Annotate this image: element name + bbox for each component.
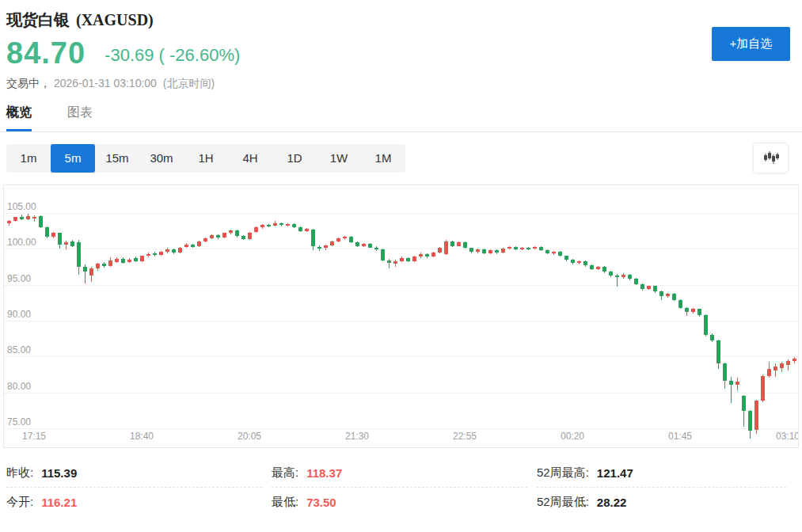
stat-high: 最高: 118.37 [272,458,527,488]
period-1m-month[interactable]: 1M [361,144,405,173]
price-row: 84.70 -30.69 ( -26.60%) [6,38,790,68]
candle-body [153,253,157,256]
candle-body [761,376,765,401]
x-axis-label: 03:10 [770,431,799,442]
candle-body [742,396,746,411]
trading-status: 交易中， [6,77,51,89]
period-1h[interactable]: 1H [184,144,228,173]
candle-body [691,309,695,312]
candle-body [406,258,410,261]
add-watchlist-button[interactable]: +加自选 [712,27,790,61]
candle-body [26,216,30,220]
candle-body [710,335,714,340]
period-4h[interactable]: 4H [228,144,272,173]
candle-body [260,225,264,228]
candle-body [254,227,258,232]
candle-body [716,340,720,363]
candle-body [615,276,619,278]
candle-body [267,225,271,226]
candle-body [501,249,505,253]
candle-body [127,260,131,263]
stats-col-1: 昨收: 115.39 今开: 116.21 [6,458,272,517]
candle-body [520,248,524,250]
candle-body [83,267,87,272]
candle-body [317,247,321,249]
candle-body [609,272,613,276]
stats-col-2: 最高: 118.37 最低: 73.50 [272,458,537,517]
candle-body [292,224,296,228]
candle-body [368,244,372,248]
stat-label: 最低: [272,495,298,510]
candle-body [235,230,239,236]
stat-value: 28.22 [597,496,627,509]
stat-label: 52周最高: [537,466,589,481]
period-1m[interactable]: 1m [6,144,51,173]
candle-body [39,216,43,228]
candle-body [444,241,448,253]
candle-body [425,254,429,257]
candle-body [482,249,486,253]
candle-body [298,227,302,231]
candle-body [457,242,461,246]
stat-52w-low: 52周最低: 28.22 [537,488,786,517]
candle-body [564,256,568,260]
candle-body [514,247,518,250]
header: 现货白银 (XAGUSD) 84.70 -30.69 ( -26.60%) 交易… [0,0,802,91]
candle-body [343,237,347,238]
candle-body [387,260,391,264]
candle-body [463,242,467,248]
candle-body [146,254,150,256]
candle-body [792,359,796,362]
period-1w[interactable]: 1W [317,144,361,173]
candle-body [469,248,473,252]
candle-body [628,275,632,279]
period-15m[interactable]: 15m [95,144,139,173]
x-axis-label: 22:55 [447,431,482,442]
candle-body [96,264,100,268]
y-axis-label: 75.00 [7,416,31,428]
period-30m[interactable]: 30m [139,144,184,173]
tab-chart[interactable]: 图表 [67,104,93,131]
candle-body [577,261,581,264]
candle-body [748,411,752,431]
candle-body [495,250,499,253]
stat-value: 118.37 [306,466,342,480]
candle-body [241,236,245,239]
tab-overview[interactable]: 概览 [6,104,32,131]
gridline [4,321,798,321]
candle-body [374,248,378,250]
period-5m[interactable]: 5m [51,144,95,173]
quote-datetime: 2026-01-31 03:10:00 [54,77,157,89]
candle-body [210,235,214,238]
stat-prev-close: 昨收: 115.39 [6,458,262,488]
candle-body [324,245,328,249]
candle-body [7,221,11,223]
chart-style-button[interactable] [753,142,789,173]
candle-body [685,308,689,312]
candle-body [431,253,435,256]
candle-body [539,247,543,251]
candle-body [583,261,587,265]
candle-body [450,241,454,245]
gridline [4,428,798,429]
price-change: -30.69 ( -26.60%) [105,45,240,68]
x-axis-label: 01:45 [663,431,697,442]
candle-body [666,294,670,297]
stat-low: 最低: 73.50 [272,488,527,517]
candle-body [305,229,309,231]
candle-body [678,300,682,308]
candle-body [184,245,188,248]
candle-body [438,248,442,253]
candlestick-icon [763,151,779,165]
period-selector: 1m 5m 15m 30m 1H 4H 1D 1W 1M [6,144,405,173]
y-axis-label: 80.00 [7,381,31,392]
y-axis-label: 105.00 [7,201,36,212]
status-row: 交易中， 2026-01-31 03:10:00 (北京时间) [6,77,790,91]
candle-body [552,252,556,253]
candle-body [115,259,119,262]
x-axis-label: 00:20 [555,431,590,442]
candle-body [20,217,24,219]
candlestick-chart[interactable]: 105.00100.0095.0090.0085.0080.0075.0017:… [3,184,799,448]
candle-body [381,249,385,260]
period-1d[interactable]: 1D [272,144,317,173]
